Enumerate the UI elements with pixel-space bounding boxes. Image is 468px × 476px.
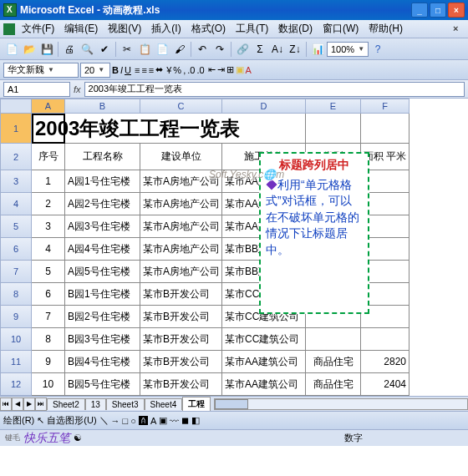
- close-button[interactable]: ×: [448, 3, 465, 18]
- tab-next-button[interactable]: ▶: [23, 398, 35, 411]
- cell[interactable]: 某市A房地产公司: [140, 261, 222, 283]
- row-header[interactable]: 6: [0, 238, 32, 261]
- cell[interactable]: 某市A房地产公司: [140, 238, 222, 261]
- cell[interactable]: 8: [32, 328, 65, 351]
- cell[interactable]: 2404: [361, 373, 410, 396]
- cell[interactable]: 5: [32, 261, 65, 283]
- cell[interactable]: B园1号住宅楼: [65, 283, 140, 306]
- font-color-icon[interactable]: A: [246, 65, 252, 75]
- cell[interactable]: 4: [32, 238, 65, 261]
- cell[interactable]: 2820: [361, 351, 410, 373]
- cell[interactable]: 商品住宅: [306, 351, 361, 373]
- cell[interactable]: 某市B开发公司: [140, 283, 222, 306]
- cell-C2[interactable]: 建设单位: [140, 144, 222, 170]
- fill-shape-icon[interactable]: ▣: [159, 415, 167, 426]
- formula-input[interactable]: 2003年竣工工程一览表: [84, 82, 465, 97]
- sort-desc-icon[interactable]: Z↓: [287, 41, 303, 58]
- undo-icon[interactable]: ↶: [194, 41, 211, 58]
- menu-window[interactable]: 窗口(W): [318, 20, 364, 38]
- row-header-2[interactable]: 2: [0, 144, 32, 170]
- name-box[interactable]: A1: [3, 82, 70, 97]
- cell-A1[interactable]: 2003年竣工工程一览表: [32, 114, 65, 144]
- textbox-icon[interactable]: 🅰: [139, 416, 148, 426]
- cell[interactable]: A园4号住宅楼: [65, 238, 140, 261]
- zoom-combo[interactable]: 100%▼: [327, 42, 369, 57]
- maximize-button[interactable]: □: [430, 3, 446, 18]
- row-header[interactable]: 4: [0, 193, 32, 215]
- decrease-decimal-icon[interactable]: .0: [196, 65, 204, 75]
- cell[interactable]: A园3号住宅楼: [65, 215, 140, 238]
- col-header-F[interactable]: F: [361, 99, 410, 114]
- sheet-tab[interactable]: 13: [85, 398, 106, 410]
- menu-tools[interactable]: 工具(T): [231, 20, 273, 38]
- chart-icon[interactable]: 📊: [309, 41, 326, 58]
- cell[interactable]: 某市B开发公司: [140, 328, 222, 351]
- col-header-E[interactable]: E: [306, 99, 361, 114]
- minimize-button[interactable]: _: [411, 3, 428, 18]
- tab-first-button[interactable]: ⏮: [0, 398, 12, 411]
- row-header[interactable]: 11: [0, 351, 32, 373]
- select-arrow-icon[interactable]: ↖: [37, 415, 44, 426]
- menu-edit[interactable]: 编辑(E): [59, 20, 103, 38]
- merge-center-icon[interactable]: ⬌: [155, 64, 163, 75]
- font-size-combo[interactable]: 20▼: [80, 63, 110, 78]
- rect-icon[interactable]: □: [123, 416, 129, 426]
- font-name-combo[interactable]: 华文新魏▼: [3, 63, 79, 78]
- row-header-1[interactable]: 1: [0, 114, 32, 144]
- open-icon[interactable]: 📂: [21, 41, 38, 58]
- cell[interactable]: [306, 328, 361, 351]
- ime-toggle-icon[interactable]: ☯: [74, 433, 82, 443]
- cell[interactable]: B园3号住宅楼: [65, 328, 140, 351]
- cell-A2[interactable]: 序号: [32, 144, 65, 170]
- cell[interactable]: 某市CC建筑公司: [222, 328, 306, 351]
- cell[interactable]: 某市A房地产公司: [140, 193, 222, 215]
- spell-icon[interactable]: ✔: [96, 41, 113, 58]
- cell[interactable]: 某市B开发公司: [140, 306, 222, 328]
- cell[interactable]: 7: [32, 306, 65, 328]
- sheet-tab-active[interactable]: 工程: [182, 397, 211, 411]
- cut-icon[interactable]: ✂: [119, 41, 135, 58]
- cell[interactable]: 某市B开发公司: [140, 351, 222, 373]
- sheet-tab[interactable]: Sheet3: [106, 398, 145, 410]
- col-header-C[interactable]: C: [140, 99, 222, 114]
- row-header[interactable]: 9: [0, 306, 32, 328]
- cell[interactable]: 某市B开发公司: [140, 373, 222, 396]
- cell-B2[interactable]: 工程名称: [65, 144, 140, 170]
- col-header-B[interactable]: B: [65, 99, 140, 114]
- menu-insert[interactable]: 插入(I): [146, 20, 186, 38]
- underline-button[interactable]: U: [125, 65, 131, 75]
- oval-icon[interactable]: ○: [130, 416, 136, 426]
- align-right-icon[interactable]: ≡: [149, 65, 154, 75]
- row-header[interactable]: 5: [0, 215, 32, 238]
- col-header-A[interactable]: A: [32, 99, 65, 114]
- select-all-corner[interactable]: [0, 99, 32, 114]
- comma-icon[interactable]: ,: [183, 65, 186, 75]
- line-color-icon[interactable]: 〰: [170, 416, 179, 426]
- hyperlink-icon[interactable]: 🔗: [234, 41, 251, 58]
- save-icon[interactable]: 💾: [38, 41, 55, 58]
- menu-format[interactable]: 格式(O): [186, 20, 231, 38]
- format-painter-icon[interactable]: 🖌: [171, 41, 188, 58]
- ime-indicator-icon[interactable]: 键毛: [5, 433, 20, 443]
- col-header-D[interactable]: D: [222, 99, 306, 114]
- row-header[interactable]: 10: [0, 328, 32, 351]
- cell[interactable]: A园5号住宅楼: [65, 261, 140, 283]
- workbook-icon[interactable]: [3, 23, 15, 35]
- cell-F1[interactable]: [361, 114, 410, 144]
- cell[interactable]: A园1号住宅楼: [65, 170, 140, 193]
- new-icon[interactable]: 📄: [3, 41, 20, 58]
- cell[interactable]: 某市AA建筑公司: [222, 373, 306, 396]
- row-header[interactable]: 7: [0, 261, 32, 283]
- bold-button[interactable]: B: [112, 65, 119, 75]
- cell[interactable]: 某市A房地产公司: [140, 170, 222, 193]
- cell[interactable]: 某市AA建筑公司: [222, 351, 306, 373]
- currency-icon[interactable]: ¥: [166, 65, 171, 75]
- threed-icon[interactable]: ◧: [191, 415, 200, 426]
- cell[interactable]: B园5号住宅楼: [65, 373, 140, 396]
- sheet-tab[interactable]: Sheet2: [47, 398, 85, 410]
- close-workbook-button[interactable]: ×: [453, 23, 465, 35]
- tab-prev-button[interactable]: ◀: [12, 398, 23, 411]
- fill-color-icon[interactable]: ▣: [236, 64, 244, 75]
- copy-icon[interactable]: 📋: [136, 41, 153, 58]
- autosum-icon[interactable]: Σ: [252, 41, 268, 58]
